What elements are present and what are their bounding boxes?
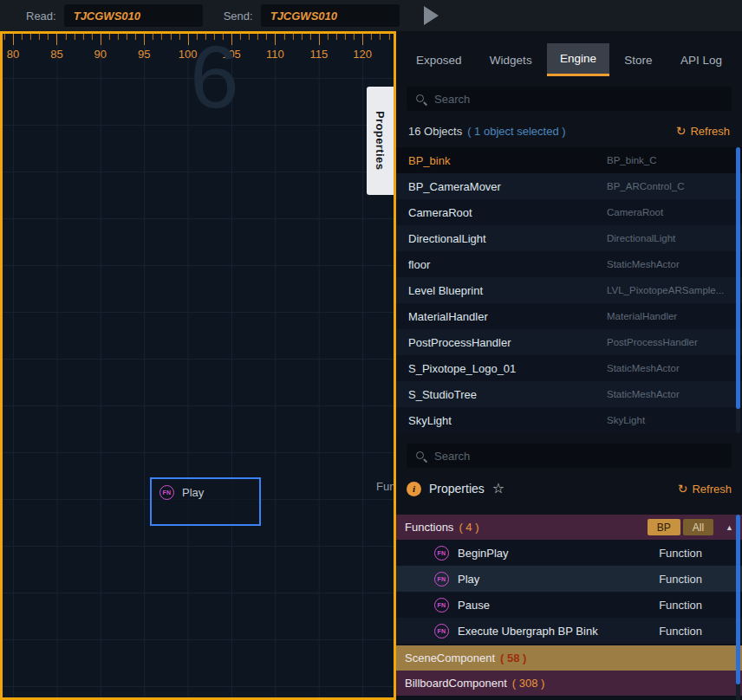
function-name: Execute Ubergraph BP Bink: [458, 625, 598, 638]
viewport-watermark: 6: [190, 31, 239, 128]
object-row[interactable]: BP_CameraMoverBP_ARControl_C: [396, 173, 742, 199]
function-row[interactable]: FNPlayFunction: [396, 566, 742, 592]
search-bar-bottom[interactable]: [407, 444, 732, 468]
object-type: SkyLight: [607, 415, 733, 425]
object-row[interactable]: Level BlueprintLVL_PixotopeARSample...: [396, 277, 742, 303]
scrollbar-thumb[interactable]: [736, 147, 740, 409]
tab-exposed[interactable]: Exposed: [403, 43, 475, 76]
object-name: S_Pixotope_Logo_01: [408, 362, 607, 375]
object-type: PostProcessHandler: [607, 337, 733, 347]
function-row[interactable]: FNPauseFunction: [396, 592, 742, 618]
refresh-properties-button[interactable]: ↻ Refresh: [678, 483, 732, 496]
play-function-node[interactable]: FN Play: [150, 477, 261, 526]
top-bar: Read: Send:: [0, 0, 742, 31]
search-bar-top[interactable]: [407, 87, 732, 111]
read-input[interactable]: [64, 4, 203, 27]
section-header-scenecomponent[interactable]: SceneComponent( 58 ): [396, 645, 742, 671]
object-row[interactable]: PostProcessHandlerPostProcessHandler: [396, 329, 742, 355]
fn-icon: FN: [434, 598, 449, 612]
side-panel: ExposedWidgetsEngineStoreAPI Log 16 Obje…: [396, 31, 742, 700]
play-node-label: Play: [182, 486, 204, 499]
collapse-chevron-icon[interactable]: ▲: [726, 523, 733, 532]
search-icon: [415, 94, 426, 105]
send-input[interactable]: [261, 4, 400, 27]
object-name: DirectionalLight: [408, 232, 607, 245]
ruler-number: 95: [138, 48, 150, 61]
object-name: MaterialHandler: [408, 310, 607, 323]
object-type: MaterialHandler: [607, 311, 733, 321]
main-area: 80859095100105110115120125 6 Properties …: [0, 31, 742, 700]
fn-icon: FN: [159, 485, 174, 500]
filter-button-all[interactable]: All: [683, 519, 713, 535]
section-count: ( 308 ): [512, 677, 545, 690]
tab-engine[interactable]: Engine: [547, 43, 609, 76]
object-name: Level Blueprint: [408, 284, 607, 297]
read-label: Read:: [26, 10, 56, 23]
function-type: Function: [659, 625, 702, 638]
properties-header: i Properties ☆ ↻ Refresh: [396, 476, 742, 501]
viewport[interactable]: 80859095100105110115120125 6 Properties …: [0, 31, 396, 700]
object-name: S_StudioTree: [408, 388, 607, 401]
ruler-number: 90: [94, 48, 107, 61]
function-row[interactable]: FNBeginPlayFunction: [396, 540, 742, 566]
send-label: Send:: [224, 10, 253, 23]
object-name: SkyLight: [408, 414, 607, 427]
object-type: CameraRoot: [607, 207, 733, 217]
refresh-objects-button[interactable]: ↻ Refresh: [676, 125, 730, 138]
refresh-icon: ↻: [676, 125, 687, 137]
properties-side-tab[interactable]: Properties: [367, 87, 394, 195]
object-row[interactable]: floorStaticMeshActor: [396, 251, 742, 277]
search-icon: [415, 450, 426, 462]
object-type: StaticMeshActor: [607, 363, 733, 373]
object-type: StaticMeshActor: [607, 259, 733, 269]
fn-icon: FN: [434, 546, 449, 561]
ruler-number: 85: [50, 48, 62, 61]
fn-icon: FN: [434, 572, 449, 587]
properties-title: Properties: [429, 482, 485, 496]
function-type: Function: [659, 547, 702, 560]
ruler-number: 115: [309, 48, 328, 61]
object-list-scrollbar[interactable]: [736, 147, 740, 433]
object-name: PostProcessHandler: [408, 336, 607, 349]
object-type: StaticMeshActor: [607, 389, 733, 399]
section-header-functions[interactable]: Functions ( 4 ) BPAll ▲: [396, 515, 742, 540]
object-row[interactable]: CameraRootCameraRoot: [396, 199, 742, 225]
tab-store[interactable]: Store: [611, 43, 665, 76]
object-name: BP_bink: [408, 154, 607, 167]
object-type: BP_ARControl_C: [607, 181, 733, 191]
objects-count: 16 Objects: [408, 125, 462, 138]
panel-tabs: ExposedWidgetsEngineStoreAPI Log: [396, 43, 742, 76]
function-name: BeginPlay: [458, 547, 509, 560]
object-row[interactable]: MaterialHandlerMaterialHandler: [396, 303, 742, 329]
section-count: ( 58 ): [500, 651, 526, 664]
section-header-billboardcomponent[interactable]: BillboardComponent( 308 ): [396, 671, 742, 696]
refresh-label: Refresh: [692, 483, 732, 496]
object-list: BP_binkBP_bink_CBP_CameraMoverBP_ARContr…: [396, 147, 742, 433]
scrollbar-thumb[interactable]: [736, 515, 740, 684]
object-row[interactable]: BP_binkBP_bink_C: [396, 147, 742, 173]
component-sections: SceneComponent( 58 )BillboardComponent( …: [396, 644, 742, 696]
search-input-top[interactable]: [434, 93, 723, 106]
function-name: Pause: [458, 599, 490, 612]
object-row[interactable]: SkyLightSkyLight: [396, 407, 742, 433]
properties-scrollbar[interactable]: [736, 515, 740, 700]
ruler-number: 110: [266, 48, 284, 61]
object-row[interactable]: S_Pixotope_Logo_01StaticMeshActor: [396, 355, 742, 381]
object-row[interactable]: DirectionalLightDirectionalLight: [396, 225, 742, 251]
section-label: BillboardComponent: [405, 677, 507, 690]
function-list: FNBeginPlayFunctionFNPlayFunctionFNPause…: [396, 540, 742, 644]
object-type: BP_bink_C: [607, 155, 733, 165]
tab-widgets[interactable]: Widgets: [477, 43, 545, 76]
function-row[interactable]: FNExecute Ubergraph BP BinkFunction: [396, 618, 742, 644]
ruler-number: 80: [7, 48, 19, 61]
search-input-bottom[interactable]: [434, 450, 723, 463]
object-row[interactable]: S_StudioTreeStaticMeshActor: [396, 381, 742, 407]
filter-button-bp[interactable]: BP: [648, 519, 680, 535]
function-type: Function: [659, 599, 702, 612]
tab-api-log[interactable]: API Log: [667, 43, 735, 76]
favorite-star-icon[interactable]: ☆: [492, 480, 504, 496]
section-label: SceneComponent: [405, 651, 495, 664]
object-name: CameraRoot: [408, 206, 607, 219]
object-type: LVL_PixotopeARSample...: [607, 285, 733, 295]
play-icon[interactable]: [424, 6, 439, 25]
